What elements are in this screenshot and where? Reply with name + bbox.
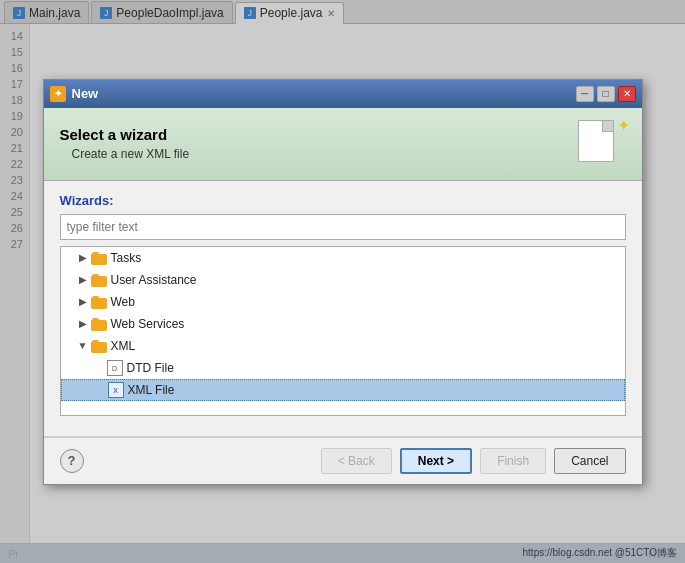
cancel-button[interactable]: Cancel [554, 448, 625, 474]
expand-arrow-dtd [93, 362, 105, 373]
wizard-tree: ▶ Tasks ▶ User Assistance [60, 246, 626, 416]
minimize-button[interactable]: ─ [576, 86, 594, 102]
dialog-header: Select a wizard Create a new XML file ✦ [44, 108, 642, 181]
new-wizard-dialog: ✦ New ─ □ ✕ Select a wizard Create a new… [43, 79, 643, 485]
expand-arrow-user-assistance: ▶ [77, 274, 89, 285]
tree-item-dtd-file[interactable]: D DTD File [61, 357, 625, 379]
next-button[interactable]: Next > [400, 448, 472, 474]
back-button[interactable]: < Back [321, 448, 392, 474]
title-bar-buttons: ─ □ ✕ [576, 86, 636, 102]
tree-item-user-assistance[interactable]: ▶ User Assistance [61, 269, 625, 291]
folder-icon-user-assistance [91, 274, 107, 286]
tree-label-xml-file: XML File [128, 383, 175, 397]
tree-item-xml[interactable]: ▼ XML [61, 335, 625, 357]
tree-label-tasks: Tasks [111, 251, 142, 265]
expand-arrow-xml-file [94, 384, 106, 395]
folder-icon-web-services [91, 318, 107, 330]
maximize-button[interactable]: □ [597, 86, 615, 102]
folder-icon-xml [91, 340, 107, 352]
dialog-title: New [72, 86, 576, 101]
dialog-body: Wizards: ▶ Tasks ▶ [44, 181, 642, 428]
dtd-file-icon: D [107, 360, 123, 376]
dialog-header-icon: ✦ [578, 120, 626, 168]
dialog-overlay: ✦ New ─ □ ✕ Select a wizard Create a new… [0, 0, 685, 563]
expand-arrow-xml: ▼ [77, 340, 89, 351]
xml-file-icon: X [108, 382, 124, 398]
tree-label-xml: XML [111, 339, 136, 353]
finish-button[interactable]: Finish [480, 448, 546, 474]
expand-arrow-web-services: ▶ [77, 318, 89, 329]
tree-label-web-services: Web Services [111, 317, 185, 331]
expand-arrow-web: ▶ [77, 296, 89, 307]
wizards-label: Wizards: [60, 193, 626, 208]
tree-item-web[interactable]: ▶ Web [61, 291, 625, 313]
tree-label-user-assistance: User Assistance [111, 273, 197, 287]
folder-icon-web [91, 296, 107, 308]
close-button[interactable]: ✕ [618, 86, 636, 102]
dialog-subtext: Create a new XML file [72, 147, 190, 161]
dialog-title-icon: ✦ [50, 86, 66, 102]
tree-item-tasks[interactable]: ▶ Tasks [61, 247, 625, 269]
filter-input[interactable] [60, 214, 626, 240]
help-button[interactable]: ? [60, 449, 84, 473]
folder-icon-tasks [91, 252, 107, 264]
tree-item-web-services[interactable]: ▶ Web Services [61, 313, 625, 335]
dialog-buttons: ? < Back Next > Finish Cancel [44, 437, 642, 484]
expand-arrow-tasks: ▶ [77, 252, 89, 263]
dialog-header-text: Select a wizard Create a new XML file [60, 126, 190, 161]
tree-label-dtd-file: DTD File [127, 361, 174, 375]
dialog-title-bar: ✦ New ─ □ ✕ [44, 80, 642, 108]
dialog-heading: Select a wizard [60, 126, 190, 143]
tree-item-xml-file[interactable]: X XML File [61, 379, 625, 401]
star-icon: ✦ [617, 116, 630, 135]
tree-label-web: Web [111, 295, 135, 309]
document-icon [578, 120, 614, 162]
